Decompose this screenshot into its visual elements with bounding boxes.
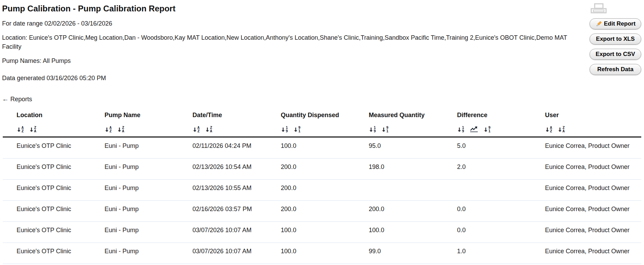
cell-measured-quantity: 198.0 — [355, 159, 443, 180]
table-row: Eunice's OTP ClinicEuni - Pump02/16/2026… — [3, 201, 641, 222]
cell-date-time: 02/11/2026 04:24 PM — [179, 137, 267, 159]
column-header-label: Location — [17, 111, 87, 119]
cell-user: Eunice Correa, Product Owner — [531, 137, 641, 159]
sort-controls: ↓19↓91 — [369, 125, 440, 134]
column-header-date-time: Date/Time↓AZ↓ZA — [179, 103, 267, 137]
sort-alpha-desc-icon[interactable]: ↓ZA — [205, 125, 212, 133]
column-header-quantity-dispensed: Quantity Dispensed↓19↓91 — [267, 103, 355, 137]
reports-back-link[interactable]: ← Reports — [2, 95, 32, 103]
table-row: Eunice's OTP ClinicEuni - Pump03/07/2026… — [3, 243, 641, 264]
sort-alpha-asc-icon[interactable]: ↓AZ — [192, 125, 200, 133]
location-line: Location: Eunice's OTP Clinic,Meg Locati… — [2, 33, 585, 51]
cell-date-time: 03/07/2026 10:07 AM — [179, 243, 267, 264]
sort-num-desc-icon[interactable]: ↓91 — [294, 125, 301, 133]
cell-difference — [443, 180, 531, 201]
page-title: Pump Calibration - Pump Calibration Repo… — [2, 3, 585, 14]
table-row: Eunice's OTP ClinicEuni - Pump02/11/2026… — [3, 137, 641, 159]
cell-measured-quantity: 200.0 — [355, 201, 443, 222]
cell-measured-quantity: 5.0 — [355, 264, 443, 265]
pencil-icon — [595, 21, 602, 27]
cell-location: Eunice's OTP Clinic — [3, 201, 91, 222]
export-csv-button[interactable]: Export to CSV — [589, 49, 641, 60]
cell-date-time: 03/10/2026 05:34 PM — [179, 264, 267, 265]
cell-quantity-dispensed: 200.0 — [267, 159, 355, 180]
back-arrow-icon: ← — [2, 95, 9, 103]
cell-user: Eunice Correa, Product Owner — [531, 180, 641, 201]
cell-quantity-dispensed: 100.0 — [267, 137, 355, 159]
cell-pump-name: Euni - Pump — [91, 201, 179, 222]
cell-date-time: 03/07/2026 10:07 AM — [179, 222, 267, 243]
cell-user: Eunice Correa, Product Owner — [531, 243, 641, 264]
sort-alpha-desc-icon[interactable]: ↓ZA — [29, 125, 37, 133]
table-row: Eunice's OTP ClinicEuni - Pump03/07/2026… — [3, 222, 641, 243]
cell-quantity-dispensed: 200.0 — [267, 201, 355, 222]
sort-alpha-asc-icon[interactable]: ↓AZ — [105, 125, 112, 133]
cell-difference: 95.0 — [443, 264, 531, 265]
sort-num-asc-icon[interactable]: ↓19 — [369, 125, 376, 133]
cell-date-time: 02/13/2026 10:55 AM — [179, 180, 267, 201]
cell-location: Eunice's OTP Clinic — [3, 180, 91, 201]
table-row: Eunice's OTP ClinicEuni - Pump02/13/2026… — [3, 159, 641, 180]
sort-alpha-desc-icon[interactable]: ↓ZA — [558, 125, 565, 133]
sort-num-desc-icon[interactable]: ↓91 — [484, 125, 491, 133]
cell-location: Demo MAT Facility — [3, 264, 91, 265]
sort-controls: ↓AZ↓ZA — [545, 125, 638, 134]
cell-pump-name: Euni - Pump — [91, 137, 179, 159]
sort-num-asc-icon[interactable]: ↓19 — [457, 125, 464, 133]
cell-difference: 1.0 — [443, 243, 531, 264]
cell-user: Eunice Correa, Product Owner — [531, 201, 641, 222]
cell-user: Nicole Munoz — [531, 264, 641, 265]
table-body: Eunice's OTP ClinicEuni - Pump02/11/2026… — [3, 137, 641, 265]
table-header-row: Location↓AZ↓ZAPump Name↓AZ↓ZADate/Time↓A… — [3, 103, 641, 137]
sort-num-desc-icon[interactable]: ↓91 — [382, 125, 389, 133]
pump-names-line: Pump Names: All Pumps — [2, 56, 585, 65]
table-row: Demo MAT FacilityNicoleMT03/10/2026 05:3… — [3, 264, 641, 265]
cell-measured-quantity — [355, 180, 443, 201]
cell-pump-name: Euni - Pump — [91, 159, 179, 180]
column-header-measured-quantity: Measured Quantity↓19↓91 — [355, 103, 443, 137]
cell-quantity-dispensed: 100.0 — [267, 243, 355, 264]
column-header-label: Measured Quantity — [369, 111, 440, 119]
date-range-line: For date range 02/02/2026 - 03/16/2026 — [2, 19, 585, 28]
line-chart-icon[interactable] — [470, 126, 478, 132]
sort-controls: ↓19↓91 — [281, 125, 351, 134]
generated-line: Data generated 03/16/2026 05:20 PM — [2, 74, 585, 83]
back-link-label: Reports — [10, 96, 32, 103]
cell-pump-name: Euni - Pump — [91, 180, 179, 201]
sort-num-asc-icon[interactable]: ↓19 — [281, 125, 288, 133]
cell-pump-name: Euni - Pump — [91, 222, 179, 243]
cell-quantity-dispensed: 200.0 — [267, 180, 355, 201]
sort-alpha-desc-icon[interactable]: ↓ZA — [117, 125, 125, 133]
column-header-user: User↓AZ↓ZA — [531, 103, 641, 137]
sort-controls: ↓19 ↓91 — [457, 125, 528, 134]
cell-quantity-dispensed: 100.0 — [267, 222, 355, 243]
cell-location: Eunice's OTP Clinic — [3, 243, 91, 264]
cell-pump-name: Euni - Pump — [91, 243, 179, 264]
cell-location: Eunice's OTP Clinic — [3, 222, 91, 243]
column-header-label: Pump Name — [105, 111, 175, 119]
cell-difference: 0.0 — [443, 222, 531, 243]
sort-controls: ↓AZ↓ZA — [17, 125, 87, 134]
cell-difference: 2.0 — [443, 159, 531, 180]
edit-report-label: Edit Report — [604, 20, 636, 27]
cell-difference: 0.0 — [443, 201, 531, 222]
printer-icon[interactable] — [590, 3, 641, 15]
pump-calibration-report-page: Pump Calibration - Pump Calibration Repo… — [0, 0, 644, 265]
column-header-difference: Difference↓19 ↓91 — [443, 103, 531, 137]
report-actions: Edit Report Export to XLS Export to CSV … — [589, 3, 641, 79]
cell-measured-quantity: 100.0 — [355, 222, 443, 243]
report-header: Pump Calibration - Pump Calibration Repo… — [0, 0, 644, 83]
edit-report-button[interactable]: Edit Report — [589, 18, 641, 29]
cell-location: Eunice's OTP Clinic — [3, 159, 91, 180]
export-xls-button[interactable]: Export to XLS — [589, 34, 641, 45]
column-header-label: Difference — [457, 111, 528, 119]
sort-alpha-asc-icon[interactable]: ↓AZ — [17, 125, 24, 133]
cell-date-time: 02/13/2026 10:54 AM — [179, 159, 267, 180]
column-header-location: Location↓AZ↓ZA — [3, 103, 91, 137]
column-header-label: User — [545, 111, 638, 119]
refresh-data-button[interactable]: Refresh Data — [589, 64, 641, 75]
report-header-text: Pump Calibration - Pump Calibration Repo… — [2, 3, 585, 83]
sort-controls: ↓AZ↓ZA — [192, 125, 264, 134]
column-header-label: Quantity Dispensed — [281, 111, 351, 119]
sort-alpha-asc-icon[interactable]: ↓AZ — [545, 125, 552, 133]
